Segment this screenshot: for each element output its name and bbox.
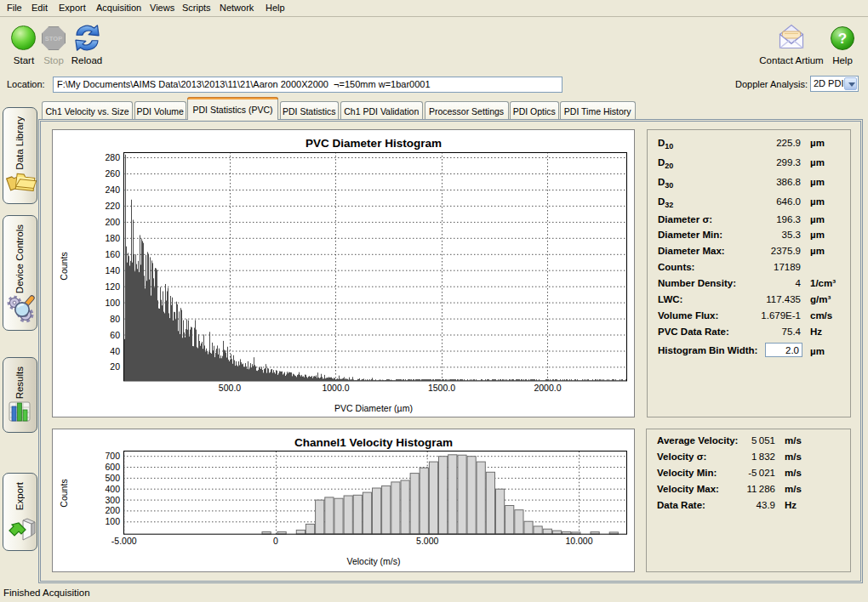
svg-text:200: 200 [105, 217, 120, 227]
svg-text:Counts: Counts [59, 479, 69, 507]
svg-text:PVC Diameter (µm): PVC Diameter (µm) [334, 403, 413, 413]
svg-text:Channel1 Velocity Histogram: Channel1 Velocity Histogram [294, 436, 453, 449]
svg-text:200: 200 [105, 505, 120, 515]
svg-text:300: 300 [105, 495, 120, 505]
svg-text:Counts: Counts [59, 252, 69, 280]
svg-text:280: 280 [105, 152, 120, 162]
svg-text:400: 400 [105, 484, 120, 494]
svg-text:160: 160 [105, 249, 120, 259]
svg-text:40: 40 [110, 346, 120, 356]
svg-text:120: 120 [105, 281, 120, 292]
svg-text:240: 240 [105, 185, 120, 195]
svg-text:260: 260 [105, 168, 120, 179]
svg-text:PVC Diameter Histogram: PVC Diameter Histogram [306, 137, 442, 150]
svg-text:500.0: 500.0 [219, 383, 241, 393]
svg-text:80: 80 [110, 314, 120, 324]
svg-text:140: 140 [105, 265, 120, 275]
svg-text:500: 500 [105, 473, 120, 483]
svg-text:-5.000: -5.000 [111, 536, 137, 546]
svg-text:100: 100 [105, 298, 120, 308]
svg-text:Velocity (m/s): Velocity (m/s) [346, 556, 400, 566]
svg-text:20: 20 [110, 361, 120, 372]
svg-text:2000.0: 2000.0 [534, 383, 561, 393]
svg-text:220: 220 [105, 201, 120, 211]
svg-text:10.000: 10.000 [565, 536, 592, 546]
svg-text:60: 60 [110, 330, 120, 340]
svg-text:600: 600 [105, 462, 120, 472]
svg-text:100: 100 [105, 516, 120, 526]
svg-text:0: 0 [273, 536, 278, 546]
svg-text:1000.0: 1000.0 [322, 383, 349, 393]
svg-text:700: 700 [105, 451, 120, 461]
svg-text:5.000: 5.000 [416, 536, 438, 546]
svg-text:180: 180 [105, 233, 120, 243]
svg-text:1500.0: 1500.0 [428, 383, 455, 393]
